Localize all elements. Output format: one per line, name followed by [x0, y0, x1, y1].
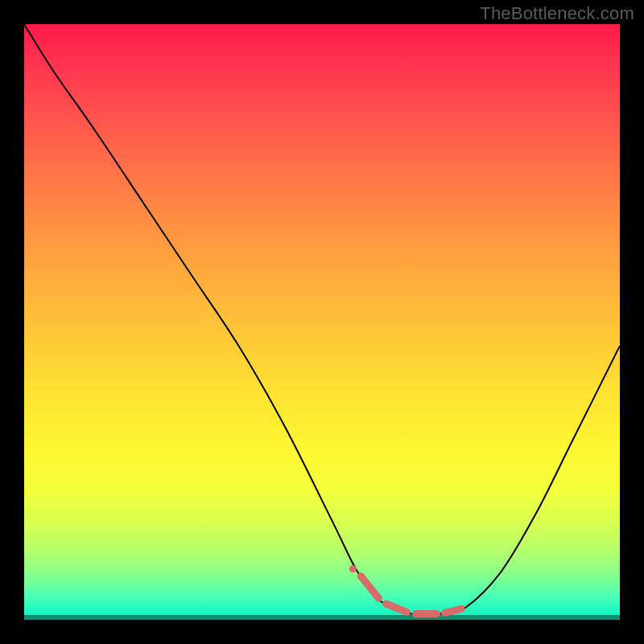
- watermark-label: TheBottleneck.com: [480, 3, 634, 24]
- optimal-flat-region: [349, 565, 461, 613]
- plot-area: [24, 24, 620, 620]
- curve-layer: [24, 24, 620, 620]
- chart-container: TheBottleneck.com: [0, 0, 644, 644]
- optimal-segment: [361, 576, 378, 598]
- optimal-segment: [444, 609, 461, 613]
- bottleneck-curve: [24, 24, 620, 615]
- optimal-end-dot: [349, 565, 357, 572]
- optimal-segment: [386, 604, 407, 612]
